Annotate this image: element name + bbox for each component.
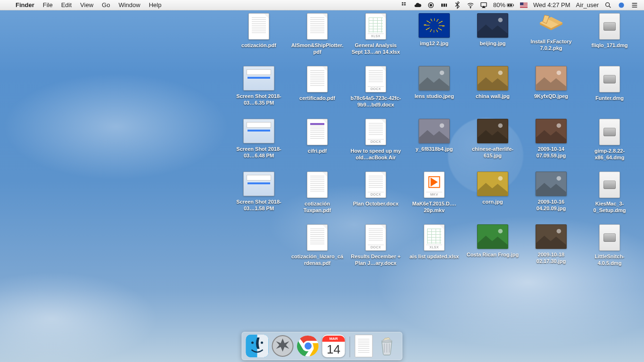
- menu-view[interactable]: View: [76, 1, 98, 8]
- spotlight-icon[interactable]: [604, 1, 612, 9]
- svg-point-18: [606, 2, 610, 6]
- file-icon: [536, 66, 567, 90]
- file-icon: [248, 13, 269, 40]
- user-menu[interactable]: Air_user: [576, 1, 599, 8]
- svg-rect-14: [520, 5, 528, 6]
- svg-point-52: [381, 340, 392, 342]
- desktop-icon[interactable]: 9KyfxQD.jpeg: [523, 66, 579, 119]
- file-icon: MKV: [424, 172, 445, 198]
- desktop-icon[interactable]: DOCXResults December + Plan J…ary.docx: [348, 224, 404, 277]
- desktop-icon[interactable]: XLSXGeneral Analysis Sept 13…an 14.xlsx: [348, 13, 404, 66]
- desktop-icon[interactable]: beijing.jpg: [465, 13, 520, 66]
- desktop[interactable]: cotización.pdfAISmon&ShipPlotter.pdfXLSX…: [231, 13, 637, 277]
- menu-help[interactable]: Help: [145, 1, 166, 8]
- input-flag-icon[interactable]: [520, 1, 528, 9]
- dock-recent-doc[interactable]: [355, 335, 373, 357]
- desktop-icon[interactable]: Screen Shot 2018-03…1.58 PM: [231, 172, 287, 224]
- disk-icon[interactable]: [440, 1, 448, 9]
- desktop-icon[interactable]: y_6f8318b4.jpg: [406, 119, 462, 172]
- file-icon: DOCX: [365, 66, 386, 92]
- desktop-icon[interactable]: lens studio.jpeg: [406, 66, 462, 119]
- file-icon: [599, 66, 620, 92]
- wifi-icon[interactable]: [467, 1, 474, 9]
- file-label: Funter.dmg: [594, 95, 625, 101]
- dock-launchpad[interactable]: [272, 335, 294, 357]
- dropbox-icon[interactable]: [401, 1, 408, 9]
- desktop-icon[interactable]: KiesMac_3-0_Setup.dmg: [582, 172, 637, 224]
- clock[interactable]: Wed 4:27 PM: [533, 1, 570, 8]
- file-icon: [536, 119, 567, 143]
- file-label: lens studio.jpeg: [413, 93, 455, 99]
- cloud-icon[interactable]: [414, 1, 421, 9]
- file-label: Results December + Plan J…ary.docx: [348, 253, 404, 266]
- airplay-icon[interactable]: [480, 1, 487, 9]
- bluetooth-icon[interactable]: [454, 1, 461, 9]
- desktop-icon[interactable]: Screen Shot 2018-03…6.48 PM: [231, 119, 287, 172]
- svg-point-46: [261, 342, 263, 344]
- desktop-icon[interactable]: china wall.jpg: [465, 66, 520, 119]
- battery-status[interactable]: 80%: [493, 1, 514, 9]
- svg-point-24: [440, 71, 445, 75]
- app-menu[interactable]: Finder: [11, 1, 39, 8]
- menu-edit[interactable]: Edit: [57, 1, 76, 8]
- desktop-icon[interactable]: 2009-10-16 04.20.09.jpg: [523, 172, 579, 224]
- file-label: cotización Tuxpan.pdf: [289, 200, 345, 214]
- desktop-icon[interactable]: LittleSnitch-4.0.5.dmg: [582, 224, 637, 277]
- file-label: cotización.pdf: [240, 42, 277, 49]
- dock: MAR 14: [242, 332, 403, 360]
- desktop-icon[interactable]: img12 2.jpg: [406, 13, 462, 66]
- file-label: General Analysis Sept 13…an 14.xlsx: [348, 42, 404, 55]
- notification-center-icon[interactable]: [631, 1, 638, 9]
- file-label: How to speed up my old…acBook Air: [348, 148, 404, 161]
- dock-finder[interactable]: [246, 335, 269, 357]
- file-label: 2009-10-16 04.20.09.jpg: [523, 198, 579, 212]
- desktop-icon[interactable]: 2009-10-14 07.09.59.jpg: [523, 119, 579, 172]
- desktop-icon[interactable]: gimp-2.8.22-x86_64.dmg: [582, 119, 637, 172]
- desktop-icon[interactable]: Funter.dmg: [582, 66, 637, 119]
- desktop-icon[interactable]: corn.jpg: [465, 172, 520, 224]
- desktop-icon[interactable]: MKVMaK6eT.2015.D.…20p.mkv: [406, 172, 462, 224]
- menu-window[interactable]: Window: [114, 1, 144, 8]
- file-icon: [307, 13, 328, 40]
- record-icon[interactable]: [427, 1, 435, 9]
- desktop-icon[interactable]: Costa Rican Frog.jpg: [465, 224, 520, 277]
- desktop-icon[interactable]: certificado.pdf: [289, 66, 345, 119]
- desktop-icon[interactable]: fliqlo_171.dmg: [582, 13, 637, 66]
- desktop-icon[interactable]: cotización_lázaro_cárdenas.pdf: [289, 224, 345, 277]
- svg-point-32: [498, 123, 503, 128]
- file-label: 9KyfxQD.jpeg: [533, 93, 569, 99]
- file-icon: XLSX: [424, 224, 445, 251]
- menu-go[interactable]: Go: [98, 1, 114, 8]
- svg-rect-4: [446, 3, 447, 7]
- dock-trash[interactable]: [376, 335, 398, 357]
- desktop-icon[interactable]: Screen Shot 2018-03…6.35 PM: [231, 66, 287, 119]
- file-icon: [599, 119, 620, 145]
- desktop-icon[interactable]: cotización.pdf: [231, 13, 287, 66]
- calendar-day: 14: [327, 342, 340, 357]
- file-label: Costa Rican Frog.jpg: [466, 251, 520, 258]
- desktop-icon[interactable]: DOCXHow to speed up my old…acBook Air: [348, 119, 404, 172]
- dock-chrome[interactable]: [297, 335, 320, 357]
- file-icon: [599, 224, 620, 251]
- desktop-icon[interactable]: DOCXb78c64a5-723c-42fc-9b9…bd9.docx: [348, 66, 404, 119]
- svg-point-43: [557, 229, 561, 234]
- file-icon: [307, 172, 328, 198]
- desktop-icon[interactable]: DOCXPlan October.docx: [348, 172, 404, 224]
- desktop-icon[interactable]: XLSXais list updated.xlsx: [406, 224, 462, 277]
- desktop-icon[interactable]: Install FxFactory 7.0.2.pkg: [523, 13, 579, 66]
- desktop-icon[interactable]: chinese-afterlife-615.jpg: [465, 119, 520, 172]
- file-icon: [307, 66, 328, 92]
- file-icon: DOCX: [365, 224, 386, 251]
- desktop-icon[interactable]: cifri.pdf: [289, 119, 345, 172]
- file-label: certificado.pdf: [298, 95, 336, 101]
- desktop-icon[interactable]: cotización Tuxpan.pdf: [289, 172, 345, 224]
- file-label: china wall.jpg: [475, 93, 511, 99]
- dock-calendar[interactable]: MAR 14: [322, 335, 345, 357]
- file-label: Screen Shot 2018-03…6.35 PM: [231, 93, 287, 106]
- file-icon: [243, 172, 274, 196]
- menu-file[interactable]: File: [39, 1, 57, 8]
- desktop-icon[interactable]: 2009-10-18 02.17.30.jpg: [523, 224, 579, 277]
- siri-icon[interactable]: [618, 1, 625, 9]
- file-icon: [477, 119, 508, 143]
- desktop-icon[interactable]: AISmon&ShipPlotter.pdf: [289, 13, 345, 66]
